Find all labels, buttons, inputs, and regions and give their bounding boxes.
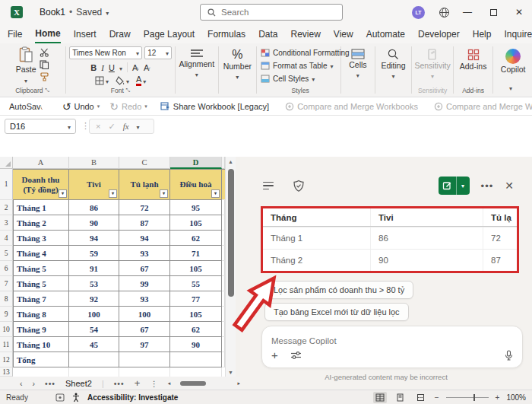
font-color-button[interactable]: A <box>136 75 146 86</box>
select-all-corner[interactable] <box>0 157 13 169</box>
cell-tu-lanh[interactable]: 67 <box>119 261 170 276</box>
underline-options-chevron[interactable] <box>119 63 122 72</box>
hscroll-left-icon[interactable]: ◂ <box>168 380 171 387</box>
cell-dieu-hoa[interactable]: 90 <box>170 337 222 352</box>
panel-options-icon[interactable]: ••• <box>481 180 494 192</box>
number-button[interactable]: % Number <box>223 46 252 81</box>
scroll-up-icon[interactable]: ▲ <box>228 157 233 166</box>
cell-tu-lanh[interactable]: 93 <box>119 246 170 261</box>
row-number[interactable]: 2 <box>0 200 13 215</box>
normal-view-button[interactable] <box>373 392 387 403</box>
column-header-a[interactable]: A <box>13 157 69 169</box>
globe-icon[interactable] <box>439 7 450 18</box>
cell-tivi[interactable]: 59 <box>69 246 119 261</box>
cell-tu-lanh[interactable]: 94 <box>119 231 170 246</box>
tab-help[interactable]: Help <box>473 24 492 43</box>
cell-tivi[interactable]: 90 <box>69 215 119 231</box>
minimize-button[interactable]: — <box>454 0 480 24</box>
cell-styles-button[interactable]: Cell Styles <box>261 72 315 85</box>
sheet-tab-sheet2[interactable]: Sheet2 <box>65 379 92 388</box>
cell-month[interactable]: Tháng 5 <box>13 276 69 291</box>
paste-button[interactable]: Paste <box>16 46 36 84</box>
italic-button[interactable]: I <box>101 63 104 72</box>
cell-tivi[interactable]: 54 <box>69 322 119 337</box>
filter-dropdown-icon[interactable]: ▾ <box>160 189 168 198</box>
cell-tivi[interactable]: 94 <box>69 231 119 246</box>
tab-file[interactable]: File <box>8 24 22 43</box>
more-sheets-dots-icon[interactable]: ••• <box>114 379 125 388</box>
cut-icon[interactable] <box>40 48 49 57</box>
cell-dieu-hoa[interactable]: 55 <box>170 276 222 291</box>
row-number[interactable]: 5 <box>0 246 13 261</box>
page-layout-view-button[interactable] <box>394 392 407 403</box>
table-header-tu-lanh[interactable]: Tủ lạnh▾ <box>119 169 170 200</box>
empty-cell[interactable] <box>69 367 119 377</box>
shield-check-icon[interactable] <box>293 180 305 192</box>
zoom-out-icon[interactable]: − <box>435 393 439 402</box>
copilot-message-box[interactable]: + <box>261 326 523 368</box>
grow-font-button[interactable]: A˄ <box>132 63 139 72</box>
cell-dieu-hoa[interactable]: 62 <box>170 231 222 246</box>
row-number[interactable]: 7 <box>0 276 13 291</box>
empty-cell[interactable] <box>13 367 69 377</box>
scroll-down-icon[interactable]: ▼ <box>228 367 233 377</box>
options-sliders-icon[interactable] <box>290 351 302 360</box>
horizontal-scroll-thumb[interactable] <box>180 381 206 386</box>
page-break-view-button[interactable] <box>414 392 428 403</box>
avatar[interactable]: LT <box>412 6 425 19</box>
cell-dieu-hoa[interactable]: 105 <box>170 261 222 276</box>
addins-button[interactable]: Add-ins <box>460 46 487 71</box>
shrink-font-button[interactable]: A˅ <box>144 63 150 72</box>
font-name-select[interactable]: Times New Ron <box>69 46 142 59</box>
cell-tu-lanh[interactable]: 93 <box>119 291 170 307</box>
tab-page-layout[interactable]: Page Layout <box>144 24 195 43</box>
cell-month[interactable]: Tháng 8 <box>13 307 69 322</box>
zoom-slider[interactable] <box>446 397 489 398</box>
cell-tivi[interactable]: 91 <box>69 261 119 276</box>
tab-review[interactable]: Review <box>290 24 320 43</box>
row-number[interactable]: 10 <box>0 322 13 337</box>
borders-button[interactable] <box>95 76 109 85</box>
zoom-in-icon[interactable]: + <box>496 393 500 402</box>
cell-dieu-hoa[interactable]: 62 <box>170 322 222 337</box>
cell-month[interactable]: Tháng 10 <box>13 337 69 352</box>
undo-button[interactable]: ↺Undo▾ <box>62 101 100 112</box>
cell-dieu-hoa[interactable] <box>170 352 222 367</box>
cell-month[interactable]: Tháng 9 <box>13 322 69 337</box>
tab-draw[interactable]: Draw <box>109 24 131 43</box>
cell-tivi[interactable] <box>69 352 119 367</box>
table-header-doanh-thu[interactable]: Doanh thu (Tỷ đồng)▾ <box>13 169 69 200</box>
cell-tivi[interactable]: 100 <box>69 307 119 322</box>
share-workbook-button[interactable]: Share Workbook [Legacy] <box>160 102 269 111</box>
suggestion-filter-button[interactable]: Lọc sản phẩm có doanh thu > 80 tỷ <box>264 281 413 299</box>
cell-tivi[interactable]: 45 <box>69 337 119 352</box>
collapse-ribbon-chevron[interactable] <box>509 84 512 92</box>
next-sheet-icon[interactable]: › <box>33 379 36 388</box>
font-group-label[interactable]: Font⤡ <box>111 87 131 97</box>
cell-tivi[interactable]: 86 <box>69 200 119 215</box>
tab-insert[interactable]: Insert <box>74 24 97 43</box>
row-number[interactable]: 6 <box>0 261 13 276</box>
underline-button[interactable]: U <box>109 63 115 72</box>
filter-dropdown-icon[interactable]: ▾ <box>109 189 117 198</box>
clipboard-group-label[interactable]: Clipboard⤡ <box>15 87 49 97</box>
fill-color-button[interactable] <box>116 76 129 85</box>
row-number[interactable]: 9 <box>0 307 13 322</box>
tab-formulas[interactable]: Formulas <box>207 24 245 43</box>
accessibility-status[interactable]: Accessibility: Investigate <box>87 393 179 402</box>
copilot-button[interactable]: Copilot <box>501 46 526 74</box>
accessibility-person-icon[interactable] <box>72 393 80 402</box>
prev-sheet-icon[interactable]: ‹ <box>20 379 23 388</box>
cell-dieu-hoa[interactable]: 95 <box>170 200 222 215</box>
filter-dropdown-icon[interactable]: ▾ <box>211 189 220 198</box>
copy-icon[interactable] <box>40 60 49 69</box>
tab-data[interactable]: Data <box>258 24 277 43</box>
chat-history-icon[interactable] <box>263 182 274 190</box>
zoom-level[interactable]: 100% <box>506 393 526 402</box>
cell-tu-lanh[interactable]: 99 <box>119 276 170 291</box>
row-number[interactable]: 12 <box>0 352 13 367</box>
cell-tu-lanh[interactable]: 97 <box>119 337 170 352</box>
cell-dieu-hoa[interactable]: 77 <box>170 291 222 307</box>
maximize-button[interactable] <box>480 0 506 24</box>
cell-dieu-hoa[interactable]: 71 <box>170 246 222 261</box>
